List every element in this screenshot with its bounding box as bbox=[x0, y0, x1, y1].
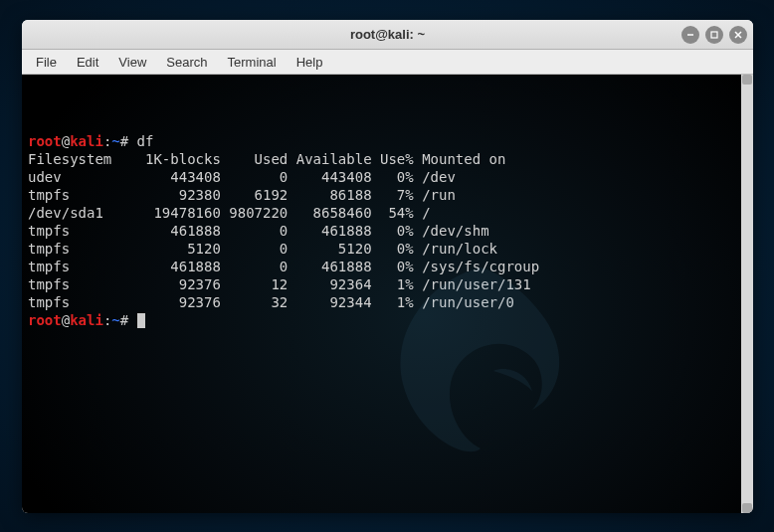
window-controls bbox=[681, 26, 747, 44]
terminal-output: root@kali:~# df Filesystem 1K-blocks Use… bbox=[28, 132, 747, 329]
menu-search[interactable]: Search bbox=[156, 53, 217, 72]
minimize-button[interactable] bbox=[681, 26, 699, 44]
terminal-window: root@kali: ~ File Edit View Search Termi… bbox=[22, 20, 753, 513]
svg-rect-1 bbox=[711, 32, 717, 38]
scrollbar-thumb[interactable] bbox=[742, 503, 752, 513]
maximize-button[interactable] bbox=[705, 26, 723, 44]
window-title: root@kali: ~ bbox=[350, 27, 425, 42]
menu-terminal[interactable]: Terminal bbox=[218, 53, 287, 72]
terminal-area[interactable]: root@kali:~# df Filesystem 1K-blocks Use… bbox=[22, 75, 753, 513]
scrollbar-thumb[interactable] bbox=[742, 75, 752, 85]
maximize-icon bbox=[709, 30, 719, 40]
titlebar[interactable]: root@kali: ~ bbox=[22, 20, 753, 50]
menu-file[interactable]: File bbox=[26, 53, 67, 72]
close-icon bbox=[733, 30, 743, 40]
menu-edit[interactable]: Edit bbox=[67, 53, 108, 72]
minimize-icon bbox=[685, 30, 695, 40]
menu-view[interactable]: View bbox=[108, 53, 156, 72]
menu-help[interactable]: Help bbox=[287, 53, 333, 72]
close-button[interactable] bbox=[729, 26, 747, 44]
scrollbar[interactable] bbox=[741, 75, 753, 513]
menubar: File Edit View Search Terminal Help bbox=[22, 50, 753, 75]
